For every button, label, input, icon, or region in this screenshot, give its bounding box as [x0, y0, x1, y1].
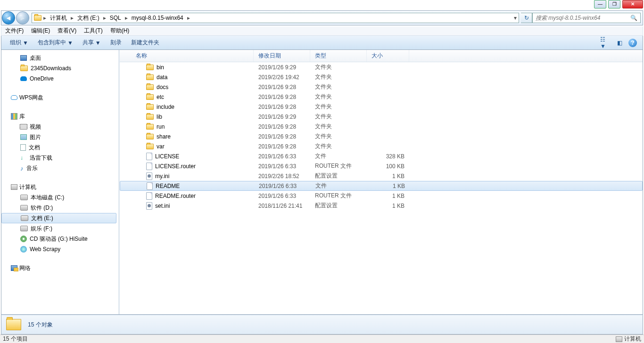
maximize-button[interactable]: ❐ — [608, 0, 620, 8]
file-icon — [147, 182, 153, 190]
file-row[interactable]: bin2019/1/26 9:29文件夹 — [120, 62, 643, 72]
menu-tools[interactable]: 工具(T) — [80, 27, 106, 35]
file-type: ROUTER 文件 — [310, 162, 367, 170]
file-name: README.router — [155, 193, 196, 199]
drive-icon — [20, 195, 28, 200]
burn-button[interactable]: 刻录 — [106, 39, 126, 47]
file-row[interactable]: include2019/1/26 9:28文件夹 — [120, 102, 643, 112]
column-date[interactable]: 修改日期 — [254, 50, 310, 62]
sidebar-item-drive-e[interactable]: 文档 (E:) — [1, 213, 116, 223]
folder-icon — [146, 104, 154, 110]
navigation-bar: ◄ ► ▸ 计算机 ▸ 文档 (E:) ▸ SQL ▸ mysql-8.0.15… — [1, 10, 643, 25]
file-type: 文件夹 — [310, 132, 367, 140]
sidebar-item-desktop[interactable]: 桌面 — [1, 53, 118, 63]
breadcrumb-segment[interactable]: 计算机 — [48, 14, 69, 22]
file-name: docs — [157, 84, 168, 90]
menu-file[interactable]: 文件(F) — [1, 27, 27, 35]
file-row[interactable]: my.ini2019/2/26 18:52配置设置1 KB — [120, 171, 643, 181]
chevron-right-icon[interactable]: ▸ — [70, 15, 74, 21]
organize-button[interactable]: 组织 ▼ — [5, 39, 33, 47]
ini-icon — [146, 202, 152, 210]
chevron-right-icon[interactable]: ▸ — [42, 15, 47, 21]
breadcrumb-segment[interactable]: 文档 (E:) — [75, 14, 101, 22]
share-button[interactable]: 共享 ▼ — [78, 39, 106, 47]
file-name: README — [156, 183, 180, 189]
file-row[interactable]: data2019/2/26 19:42文件夹 — [120, 72, 643, 82]
column-type[interactable]: 类型 — [310, 50, 367, 62]
file-name: data — [157, 74, 167, 81]
refresh-button[interactable]: ↻ — [521, 13, 532, 23]
file-row[interactable]: docs2019/1/26 9:28文件夹 — [120, 82, 643, 92]
sidebar-item-web-scrapy[interactable]: Web Scrapy — [1, 244, 118, 254]
status-item-count: 15 个项目 — [3, 335, 28, 343]
breadcrumb-segment[interactable]: SQL — [108, 15, 123, 21]
file-row[interactable]: README2019/1/26 6:33文件1 KB — [120, 181, 643, 191]
file-date: 2019/1/26 6:33 — [254, 153, 310, 160]
dropdown-icon[interactable]: ▾ — [514, 15, 517, 21]
sidebar-item-downloads[interactable]: 2345Downloads — [1, 63, 118, 74]
sidebar-item-network[interactable]: 网络 — [1, 263, 118, 273]
chevron-right-icon[interactable]: ▸ — [186, 15, 191, 21]
chevron-right-icon[interactable]: ▸ — [102, 15, 107, 21]
file-size: 1 KB — [367, 173, 409, 180]
sidebar-item-drive-d[interactable]: 软件 (D:) — [1, 203, 118, 213]
column-size[interactable]: 大小 — [367, 50, 409, 62]
file-type: 配置设置 — [310, 172, 367, 180]
sidebar-item-music[interactable]: ♪音乐 — [1, 163, 118, 173]
file-date: 2019/1/26 9:28 — [254, 143, 310, 150]
search-icon[interactable]: 🔍 — [630, 15, 637, 21]
sidebar-item-wps[interactable]: WPS网盘 — [1, 92, 118, 103]
menu-edit[interactable]: 编辑(E) — [27, 27, 54, 35]
sidebar-item-documents[interactable]: 文档 — [1, 142, 118, 153]
folder-icon — [146, 84, 154, 90]
preview-pane-button[interactable]: ◧ — [614, 38, 625, 48]
sidebar-group-computer[interactable]: 计算机 — [1, 182, 118, 192]
address-bar[interactable]: ▸ 计算机 ▸ 文档 (E:) ▸ SQL ▸ mysql-8.0.15-win… — [32, 13, 519, 23]
sidebar-item-pictures[interactable]: 图片 — [1, 132, 118, 142]
file-row[interactable]: var2019/1/26 9:28文件夹 — [120, 141, 643, 151]
sidebar-item-drive-g[interactable]: CD 驱动器 (G:) HiSuite — [1, 234, 118, 244]
new-folder-button[interactable]: 新建文件夹 — [126, 39, 164, 47]
file-name: etc — [157, 94, 164, 100]
file-row[interactable]: LICENSE.router2019/1/26 6:33ROUTER 文件100… — [120, 161, 643, 171]
file-row[interactable]: etc2019/1/26 9:28文件夹 — [120, 92, 643, 102]
details-pane: 15 个对象 — [1, 315, 643, 335]
cloud-icon — [11, 95, 17, 100]
sidebar-item-drive-c[interactable]: 本地磁盘 (C:) — [1, 192, 118, 203]
menu-bar: 文件(F) 编辑(E) 查看(V) 工具(T) 帮助(H) — [1, 26, 643, 36]
minimize-button[interactable]: — — [594, 0, 606, 8]
sidebar-item-drive-f[interactable]: 娱乐 (F:) — [1, 223, 118, 234]
back-button[interactable]: ◄ — [2, 11, 15, 24]
chevron-right-icon[interactable]: ▸ — [124, 15, 129, 21]
navigation-pane: 桌面 2345Downloads OneDrive WPS网盘 库 视频 图片 … — [1, 50, 118, 314]
help-button[interactable]: ? — [628, 39, 637, 47]
search-box[interactable]: 🔍 — [532, 13, 641, 23]
sidebar-item-thunder[interactable]: 迅雷下载 — [1, 153, 118, 163]
breadcrumb-segment[interactable]: mysql-8.0.15-winx64 — [130, 15, 185, 21]
search-input[interactable] — [536, 15, 630, 21]
file-row[interactable]: README.router2019/1/26 6:33ROUTER 文件1 KB — [120, 191, 643, 201]
file-row[interactable]: run2019/1/26 9:28文件夹 — [120, 122, 643, 131]
file-name: share — [157, 133, 171, 140]
sidebar-group-libraries[interactable]: 库 — [1, 111, 118, 122]
include-in-library-button[interactable]: 包含到库中 ▼ — [33, 39, 78, 47]
file-row[interactable]: set.ini2018/11/26 21:41配置设置1 KB — [120, 201, 643, 211]
file-name: var — [157, 143, 165, 150]
sidebar-item-videos[interactable]: 视频 — [1, 122, 118, 132]
menu-help[interactable]: 帮助(H) — [107, 27, 133, 35]
file-row[interactable]: LICENSE2019/1/26 6:33文件328 KB — [120, 151, 643, 161]
close-button[interactable]: ✕ — [622, 0, 643, 8]
file-row[interactable]: lib2019/1/26 9:29文件夹 — [120, 112, 643, 122]
folder-icon — [34, 15, 41, 21]
folder-icon — [146, 144, 154, 149]
file-date: 2019/2/26 19:42 — [254, 74, 310, 81]
column-name[interactable]: 名称 — [131, 50, 254, 62]
file-name: lib — [157, 114, 162, 120]
sidebar-item-onedrive[interactable]: OneDrive — [1, 74, 118, 84]
forward-button[interactable]: ► — [16, 11, 29, 24]
folder-icon — [146, 134, 154, 139]
menu-view[interactable]: 查看(V) — [54, 27, 80, 35]
status-bar: 15 个项目 计算机 — [0, 335, 644, 343]
view-options-button[interactable]: ☷ ▼ — [600, 38, 611, 48]
file-row[interactable]: share2019/1/26 9:28文件夹 — [120, 131, 643, 141]
